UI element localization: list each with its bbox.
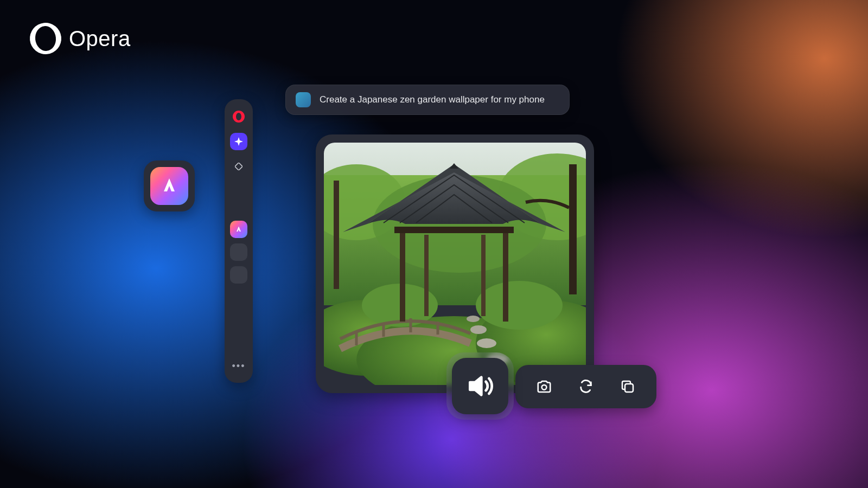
- prompt-text: Create a Japanese zen garden wallpaper f…: [320, 94, 545, 105]
- regenerate-button[interactable]: [574, 375, 598, 399]
- opera-logo-icon: [233, 111, 245, 123]
- generated-image: [324, 143, 586, 385]
- svg-rect-21: [400, 229, 405, 322]
- snapshot-button[interactable]: [532, 375, 556, 399]
- speak-button[interactable]: [452, 358, 508, 414]
- sidebar-item-new[interactable]: [230, 158, 247, 175]
- svg-point-26: [541, 385, 546, 390]
- sparkle-icon: [234, 137, 243, 146]
- svg-rect-23: [424, 235, 429, 316]
- sidebar-item-ai[interactable]: [230, 133, 247, 150]
- copy-icon: [620, 378, 636, 395]
- svg-point-15: [470, 325, 487, 334]
- sidebar-more-button[interactable]: •••: [232, 361, 246, 374]
- camera-icon: [536, 378, 552, 395]
- svg-point-12: [476, 281, 563, 330]
- sidebar-thumb-empty-1[interactable]: [230, 243, 247, 261]
- sidebar-thumb-empty-2[interactable]: [230, 266, 247, 284]
- svg-rect-24: [481, 235, 486, 316]
- sidebar-item-opera[interactable]: [230, 108, 247, 125]
- svg-point-14: [477, 338, 496, 348]
- svg-rect-0: [235, 163, 242, 170]
- svg-rect-22: [503, 229, 508, 322]
- aria-icon: [234, 225, 243, 234]
- svg-point-16: [467, 316, 480, 322]
- result-action-bar: [515, 365, 656, 408]
- refresh-icon: [578, 379, 593, 394]
- speaker-icon: [465, 371, 495, 401]
- sidebar-thumb-aria[interactable]: [230, 221, 247, 238]
- prompt-bar[interactable]: Create a Japanese zen garden wallpaper f…: [285, 85, 570, 115]
- svg-rect-7: [569, 164, 577, 294]
- speak-button-wrap: [446, 352, 514, 420]
- opera-wordmark: Opera: [69, 27, 131, 51]
- aria-icon: [150, 167, 188, 205]
- prompt-context-thumb: [296, 92, 311, 107]
- copy-button[interactable]: [616, 375, 640, 399]
- svg-rect-25: [394, 227, 514, 233]
- aria-app-tile[interactable]: [144, 160, 195, 211]
- svg-rect-27: [625, 384, 633, 392]
- svg-rect-6: [334, 181, 339, 289]
- opera-brand: Opera: [30, 23, 131, 54]
- opera-logo-icon: [28, 21, 63, 56]
- browser-sidebar: •••: [225, 99, 253, 383]
- diamond-outline-icon: [235, 163, 242, 170]
